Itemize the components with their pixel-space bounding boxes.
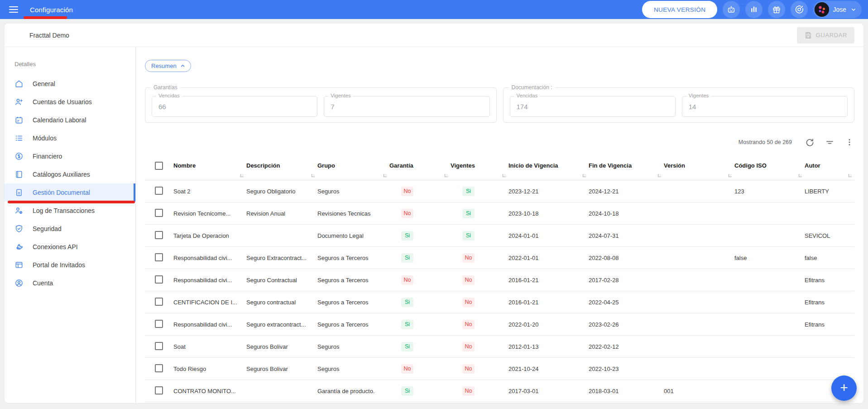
menu-icon[interactable] <box>9 6 18 13</box>
cell-descripcion: Seguros Bolivar <box>246 343 317 350</box>
row-checkbox[interactable] <box>155 209 163 217</box>
cell-fin-de-vigencia: 2024-07-31 <box>589 232 664 239</box>
column-label: Autor <box>805 162 820 169</box>
resumen-toggle-chip[interactable]: Resumen <box>145 60 191 72</box>
cell-descripcion: Seguro extracontract... <box>246 321 317 328</box>
table-row[interactable]: Responsabilidad civi... Seguro Contractu… <box>145 269 854 291</box>
vigentes-badge: No <box>462 275 475 285</box>
document-management-content: Resumen Garantías Vencidas 66 Vigentes 7 <box>136 47 863 403</box>
cell-descripcion: Seguro Obligatorio <box>246 188 317 195</box>
column-header-fin-de-vigencia[interactable]: Fin de Vigencia <box>589 157 664 169</box>
new-version-button[interactable]: NUEVA VERSIÓN <box>642 1 717 18</box>
column-resize-handle[interactable] <box>384 174 387 177</box>
column-header-descripcion[interactable]: Descripción <box>246 157 317 169</box>
documentacion-vencidas-field[interactable]: Vencidas 174 <box>510 96 676 117</box>
column-header-inicio-de-vigencia[interactable]: Inicio de Vigencia <box>508 157 589 169</box>
sidebar-item-calendario-laboral[interactable]: Calendario Laboral <box>5 111 135 129</box>
row-checkbox[interactable] <box>155 231 163 239</box>
cell-autor: Efitrans <box>805 321 854 328</box>
garantias-vigentes-field[interactable]: Vigentes 7 <box>324 96 489 117</box>
sidebar-item-portal-de-invitados[interactable]: Portal de Invitados <box>5 256 135 274</box>
sidebar-item-catalogos-auxiliares[interactable]: Catálogos Auxiliares <box>5 165 135 183</box>
refresh-button[interactable] <box>805 137 815 147</box>
sidebar-item-label: Gestión Documental <box>33 189 90 196</box>
cell-nombre: CENTIFICACION DE I... <box>173 299 246 306</box>
table-row[interactable]: Tarjeta De Operacion Documento Legal Si … <box>145 225 854 247</box>
table-row[interactable]: Soat Seguros Bolivar Seguros Si No 2012-… <box>145 336 854 358</box>
column-resize-handle[interactable] <box>849 174 852 177</box>
cell-version: 001 <box>664 388 734 395</box>
cell-nombre: Responsabilidad civi... <box>173 255 246 261</box>
shield-check-icon <box>14 224 24 233</box>
sidebar-item-general[interactable]: General <box>5 75 135 93</box>
table-row[interactable]: Revision Tecnicome... Revision Anual Rev… <box>145 202 854 225</box>
more-options-button[interactable] <box>844 137 854 147</box>
table-row[interactable]: Responsabilidad civi... Seguro extracont… <box>145 313 854 336</box>
table-row[interactable]: CENTIFICACION DE I... Seguro contractual… <box>145 291 854 313</box>
filter-button[interactable] <box>825 137 834 147</box>
column-header-version[interactable]: Versión <box>664 157 734 169</box>
table-row[interactable]: Responsabilidad civi... Seguro Extracont… <box>145 247 854 269</box>
cell-inicio-de-vigencia: 2022-01-01 <box>508 255 589 261</box>
column-resize-handle[interactable] <box>503 174 506 177</box>
sidebar-item-cuenta[interactable]: Cuenta <box>5 274 135 292</box>
cell-descripcion: Seguros Bolivar <box>246 366 317 372</box>
gauge-button[interactable] <box>791 1 808 18</box>
bot-assistant-button[interactable] <box>723 1 740 18</box>
sidebar-item-seguridad[interactable]: Seguridad <box>5 220 135 238</box>
column-resize-handle[interactable] <box>312 174 315 177</box>
row-checkbox[interactable] <box>155 364 163 372</box>
column-resize-handle[interactable] <box>445 174 448 177</box>
row-checkbox[interactable] <box>155 386 163 395</box>
column-header-codigo-iso[interactable]: Código ISO <box>734 157 805 169</box>
row-checkbox[interactable] <box>155 187 163 195</box>
column-header-nombre[interactable]: Nombre <box>173 157 246 169</box>
sidebar-item-gestion-documental[interactable]: Gestión Documental <box>5 183 135 202</box>
sidebar-item-financiero[interactable]: Financiero <box>5 147 135 165</box>
vigentes-badge: Si <box>462 231 475 241</box>
column-header-grupo[interactable]: Grupo <box>317 157 389 169</box>
row-checkbox[interactable] <box>155 342 163 350</box>
add-document-fab[interactable]: + <box>831 375 857 401</box>
sidebar-item-conexiones-api[interactable]: Conexiones API <box>5 238 135 256</box>
cell-inicio-de-vigencia: 2022-01-20 <box>508 321 589 328</box>
documentacion-group: Documentación : Vencidas 174 Vigentes 14 <box>503 87 855 123</box>
column-header-garantia[interactable]: Garantía <box>389 157 451 169</box>
avatar <box>815 2 829 17</box>
cell-autor: Efitrans <box>805 299 854 306</box>
cell-inicio-de-vigencia: 2012-01-13 <box>508 343 589 350</box>
analytics-button[interactable] <box>745 1 762 18</box>
sidebar-item-log-de-transacciones[interactable]: Log de Transacciones <box>5 202 135 220</box>
save-button[interactable]: GUARDAR <box>797 27 854 43</box>
rewards-button[interactable] <box>768 1 785 18</box>
sidebar-item-label: Calendario Laboral <box>33 116 86 124</box>
cell-fin-de-vigencia: 2018-03-01 <box>589 388 664 395</box>
row-checkbox[interactable] <box>155 320 163 328</box>
table-row[interactable]: CONTRATO MONITO... Garantía de producto.… <box>145 380 854 402</box>
sidebar-item-modulos[interactable]: Módulos <box>5 129 135 147</box>
table-row[interactable]: Todo Riesgo Seguros Bolivar Seguros No N… <box>145 358 854 380</box>
garantia-badge: Si <box>401 342 413 351</box>
sidebar-item-cuentas-de-usuarios[interactable]: Cuentas de Usuarios <box>5 93 135 111</box>
column-resize-handle[interactable] <box>583 174 586 177</box>
cell-nombre: Responsabilidad civi... <box>173 277 246 284</box>
column-resize-handle[interactable] <box>240 174 244 177</box>
documentacion-vigentes-field[interactable]: Vigentes 14 <box>682 96 848 117</box>
column-resize-handle[interactable] <box>658 174 661 177</box>
select-all-checkbox[interactable] <box>155 162 163 170</box>
column-resize-handle[interactable] <box>799 174 802 177</box>
cell-nombre: Soat <box>173 343 246 350</box>
table-row[interactable]: Soat 2 Seguro Obligatorio Seguros No Si … <box>145 180 854 202</box>
column-header-vigentes[interactable]: Vigentes <box>451 157 508 169</box>
vigentes-badge: No <box>462 298 475 307</box>
column-resize-handle[interactable] <box>729 174 732 177</box>
title-red-underline-annotation <box>24 16 67 19</box>
documentacion-legend: Documentación : <box>509 84 555 91</box>
column-header-autor[interactable]: Autor <box>805 157 854 169</box>
garantias-vencidas-field[interactable]: Vencidas 66 <box>152 96 317 117</box>
user-menu[interactable]: Jose <box>813 1 862 18</box>
row-checkbox[interactable] <box>155 253 163 261</box>
garantias-legend: Garantías <box>151 84 180 91</box>
row-checkbox[interactable] <box>155 298 163 306</box>
row-checkbox[interactable] <box>155 275 163 284</box>
